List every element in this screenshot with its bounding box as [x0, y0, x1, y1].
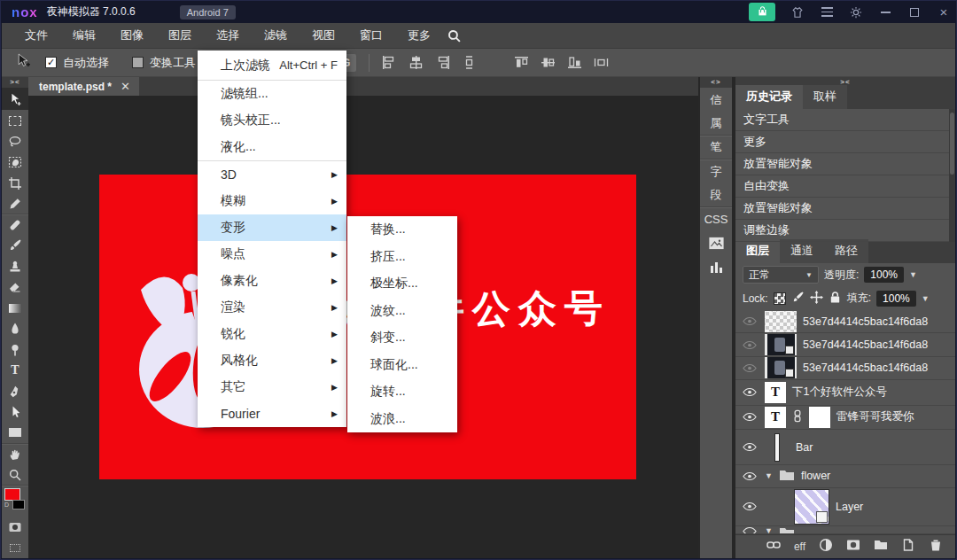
expand-triangle-icon[interactable]: ▼	[765, 471, 773, 480]
eyedropper-tool[interactable]	[2, 194, 28, 215]
fill-dropdown-icon[interactable]: ▼	[922, 294, 930, 303]
layer-row[interactable]: 53e7d4414c5bac14f6da8	[735, 310, 955, 333]
dock-css-tab[interactable]: CSS	[700, 207, 732, 231]
new-group-icon[interactable]	[874, 538, 888, 556]
search-icon[interactable]	[447, 28, 462, 43]
layer-effects-button[interactable]: eff	[794, 541, 805, 553]
lock-position-icon[interactable]	[810, 291, 823, 307]
align-middle-icon[interactable]	[541, 56, 556, 69]
menu-layer[interactable]: 图层	[156, 22, 204, 49]
eye-icon[interactable]	[741, 442, 759, 452]
dock-info-tab[interactable]: 信	[700, 88, 732, 112]
link-layers-icon[interactable]	[766, 538, 781, 556]
opacity-value[interactable]: 100%	[864, 267, 904, 283]
screen-mode-icon[interactable]	[2, 538, 28, 559]
submenu-item-shear[interactable]: 斜变...	[347, 324, 457, 352]
menu-edit[interactable]: 编辑	[60, 22, 108, 49]
menu-item-blur[interactable]: 模糊▶	[198, 188, 346, 214]
history-item[interactable]: 放置智能对象	[735, 153, 955, 175]
path-select-tool[interactable]	[2, 402, 28, 424]
menu-select[interactable]: 选择	[204, 22, 252, 49]
align-left-icon[interactable]	[382, 56, 397, 69]
history-item[interactable]: 更多	[735, 131, 955, 153]
distribute-horizontal-icon[interactable]	[594, 56, 609, 69]
menu-item-fourier[interactable]: Fourier▶	[198, 401, 346, 427]
menu-item-last-filter[interactable]: 上次滤镜 Alt+Ctrl + F	[198, 51, 346, 80]
layer-group-row[interactable]: ▼ flower	[735, 465, 955, 487]
brush-tool[interactable]	[2, 236, 28, 257]
menu-image[interactable]: 图像	[108, 22, 156, 49]
submenu-item-pinch[interactable]: 挤压...	[347, 244, 457, 271]
menu-item-lens-correction[interactable]: 镜头校正...	[198, 107, 346, 134]
history-item[interactable]: 调整边缘	[735, 220, 955, 242]
menu-item-stylize[interactable]: 风格化▶	[198, 347, 346, 374]
close-button[interactable]: ×	[937, 5, 951, 19]
fill-value[interactable]: 100%	[876, 291, 916, 307]
lock-transparency-icon[interactable]	[774, 292, 786, 305]
align-right-icon[interactable]	[435, 56, 450, 69]
layer-mask-icon[interactable]	[846, 538, 860, 556]
menu-item-distort[interactable]: 变形▶	[198, 214, 346, 241]
submenu-item-wave[interactable]: 波浪...	[347, 406, 457, 433]
opacity-dropdown-icon[interactable]: ▼	[909, 270, 917, 279]
layer-row[interactable]: Bar	[735, 430, 955, 465]
hand-tool[interactable]	[2, 444, 28, 465]
adjustment-icon[interactable]	[819, 538, 833, 556]
blend-mode-select[interactable]: 正常 ▼	[743, 266, 819, 284]
blur-tool[interactable]	[2, 319, 28, 340]
eye-icon[interactable]	[741, 387, 759, 397]
transform-tool-checkbox[interactable]: ✓	[132, 57, 144, 68]
history-item[interactable]: 文字工具	[735, 109, 955, 131]
align-bottom-icon[interactable]	[567, 56, 582, 69]
tab-close-icon[interactable]: ✕	[121, 80, 130, 93]
submenu-item-polar[interactable]: 极坐标...	[347, 270, 457, 298]
maximize-button[interactable]	[907, 5, 922, 19]
auto-select-checkbox[interactable]: ✓	[45, 57, 57, 68]
eye-icon[interactable]	[741, 316, 759, 326]
gradient-tool[interactable]	[2, 298, 28, 319]
eye-icon[interactable]	[741, 363, 759, 373]
layer-row[interactable]: Layer	[735, 488, 955, 526]
dock-character-tab[interactable]: 字	[700, 159, 732, 183]
distribute-vertical-icon[interactable]	[462, 56, 477, 69]
history-scrollbar[interactable]	[949, 109, 955, 242]
menu-item-pixelate[interactable]: 像素化▶	[198, 268, 346, 294]
dock-paragraph-tab[interactable]: 段	[700, 183, 732, 207]
dock-collapse-icon[interactable]: <>	[700, 77, 732, 88]
menu-item-filter-group[interactable]: 滤镜组...	[198, 81, 346, 107]
layer-row[interactable]: T 雷锋哥哥我爱你	[735, 406, 955, 430]
tab-history[interactable]: 历史记录	[735, 85, 803, 109]
dock-properties-tab[interactable]: 属	[700, 112, 732, 136]
layer-row-clipped[interactable]: ▼	[735, 526, 955, 534]
tab-layers[interactable]: 图层	[735, 239, 780, 263]
menu-window[interactable]: 窗口	[347, 22, 395, 49]
pen-tool[interactable]	[2, 381, 28, 402]
dock-histogram-icon[interactable]	[700, 255, 732, 279]
lasso-tool[interactable]	[2, 131, 28, 152]
eye-icon[interactable]	[741, 471, 759, 481]
delete-layer-icon[interactable]	[929, 538, 943, 556]
menu-item-noise[interactable]: 噪点▶	[198, 241, 346, 268]
marquee-tool[interactable]	[2, 110, 28, 131]
submenu-item-displace[interactable]: 替换...	[347, 216, 457, 244]
menu-icon[interactable]	[820, 5, 834, 19]
menu-filter[interactable]: 滤镜	[252, 22, 300, 49]
dock-image-icon[interactable]	[700, 231, 732, 255]
theme-skin-icon[interactable]	[790, 5, 805, 19]
quick-select-tool[interactable]	[2, 152, 28, 174]
default-colors-label[interactable]: D	[4, 502, 9, 508]
submenu-item-twirl[interactable]: 旋转...	[347, 378, 457, 406]
align-center-horizontal-icon[interactable]	[408, 56, 424, 69]
history-item[interactable]: 自由变换	[735, 175, 955, 198]
shape-tool[interactable]	[2, 423, 28, 444]
menu-item-3d[interactable]: 3D▶	[198, 161, 346, 188]
crop-tool[interactable]	[2, 173, 28, 194]
history-item[interactable]: 放置智能对象	[735, 198, 955, 220]
tools-collapse-icon[interactable]: ><	[2, 77, 28, 88]
background-color-swatch[interactable]	[12, 500, 25, 509]
clone-stamp-tool[interactable]	[2, 256, 28, 277]
eye-icon[interactable]	[741, 412, 759, 422]
menu-more[interactable]: 更多	[395, 22, 443, 49]
quick-mask-icon[interactable]	[2, 517, 28, 538]
document-tab[interactable]: template.psd * ✕	[28, 77, 139, 96]
